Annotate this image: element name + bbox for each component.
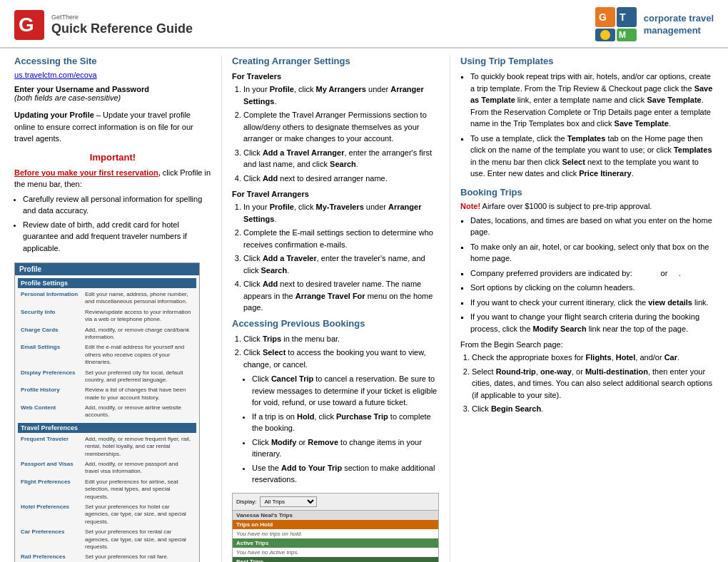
svg-text:T: T (620, 11, 626, 23)
travelers-step-4: Click Add next to desired arranger name. (243, 173, 440, 185)
profile-email-row: Email Settings Edit the e-mail address f… (18, 343, 196, 367)
begin-search-step-2: Select Round-trip, one-way, or Multi-des… (472, 366, 714, 402)
booking-bullet-2: If a trip is on Hold, click Purchase Tri… (252, 411, 440, 434)
templates-bullets: To quickly book repeat trips with air, h… (470, 71, 714, 180)
trips-past-header: Past Trips (233, 557, 438, 563)
header-brand: GetThere Quick Reference Guide (51, 14, 193, 36)
profile-car-row: Car Preferences Set your preferences for… (18, 528, 196, 551)
arrangers-steps-list: In your Profile, click My-Travelers unde… (243, 201, 440, 314)
trips-personal-header: Vanessa Neal's Trips (233, 510, 438, 520)
profile-settings-bar: Profile Settings (18, 278, 196, 288)
right-column: Using Trip Templates To quickly book rep… (450, 56, 714, 562)
corp-travel-logo: G T M corporate travel management (595, 7, 714, 43)
booking-bullet-1: Click Cancel Trip to cancel a reservatio… (252, 373, 440, 409)
booking-section: Booking Trips Note! Airfare over $1000 i… (460, 187, 714, 415)
profile-frequent-row: Frequent Traveler Add, modify, or remove… (18, 435, 196, 459)
trips-screenshot: Display: All Trips Vanessa Neal's Trips … (232, 493, 439, 563)
svg-text:G: G (19, 14, 34, 36)
header-left: G GetThere Quick Reference Guide (14, 10, 193, 40)
bookings-sub-bullets: Click Cancel Trip to cancel a reservatio… (252, 373, 440, 486)
left-column: Accessing the Site us.travelctm.com/ecov… (14, 56, 221, 562)
arrangers-step-3: Click Add a Traveler, enter the traveler… (243, 252, 440, 276)
trips-filter-select[interactable]: All Trips (260, 496, 317, 507)
booking-bullets: Dates, locations, and times are based on… (470, 215, 714, 335)
for-travelers-title: For Travelers (232, 72, 440, 81)
profile-web-row: Web Content Add, modify, or remove airli… (18, 404, 196, 420)
template-bullet-2: To use a template, click the Templates t… (470, 133, 714, 180)
travelers-step-1: In your Profile, click My Arrangers unde… (243, 83, 440, 107)
site-url[interactable]: us.travelctm.com/ecova (14, 71, 211, 79)
important-title: Important! (14, 152, 211, 163)
bookings-step-2: Click Select to access the booking you w… (243, 347, 440, 486)
booking-bullet-2: To make only an air, hotel, or car booki… (470, 241, 714, 265)
svg-point-9 (600, 30, 610, 40)
booking-note-label: Note! (460, 202, 480, 210)
login-instruction: Enter your Username and Password (both f… (14, 85, 211, 102)
svg-text:M: M (619, 30, 626, 40)
important-section: Before you make your first reservation, … (14, 167, 211, 255)
middle-column: Creating Arranger Settings For Travelers… (221, 56, 450, 562)
bookings-steps-list: Click Trips in the menu bar. Click Selec… (243, 333, 440, 486)
creating-arranger-title: Creating Arranger Settings (232, 56, 440, 66)
templates-title: Using Trip Templates (460, 56, 714, 66)
arrangers-step-4: Click Add next to desired traveler name.… (243, 278, 440, 314)
profile-body: Profile Settings Personal Information Ed… (15, 275, 199, 562)
trips-on-hold-msg: You have no trips on hold. (233, 529, 438, 538)
trips-on-hold-header: Trips on Hold (233, 520, 438, 529)
bullet-item: Review date of birth, add credit card fo… (23, 219, 211, 255)
profile-screenshot-header: Profile (15, 263, 199, 275)
profile-charge-row: Charge Cards Add, modify, or remove char… (18, 326, 196, 342)
begin-search-steps: Check the appropriate boxes for Flights,… (472, 352, 714, 415)
trips-filter-area: Display: All Trips (233, 494, 438, 510)
booking-bullet-4: Use the Add to Your Trip section to make… (252, 462, 440, 486)
profile-update-section: Updating your Profile – Update your trav… (14, 109, 211, 145)
page-header: G GetThere Quick Reference Guide G T M c… (0, 0, 728, 48)
begin-search-step-1: Check the appropriate boxes for Flights,… (472, 352, 714, 364)
site-link[interactable]: us.travelctm.com/ecova (14, 71, 97, 79)
getthere-logo: G (14, 10, 44, 40)
trips-active-header: Active Trips (233, 538, 438, 548)
template-bullet-1: To quickly book repeat trips with air, h… (470, 71, 714, 130)
booking-note-line: Note! Airfare over $1000 is subject to p… (460, 202, 714, 210)
profile-security-row: Security Info Review/update access to yo… (18, 308, 196, 325)
booking-bullet-4: Sort options by clicking on the column h… (470, 282, 714, 294)
trips-filter-label: Display: (236, 499, 256, 505)
profile-flight-row: Flight Preferences Edit your preferences… (18, 478, 196, 501)
profile-rail-row: Rail Preferences Set your preferences fo… (18, 553, 196, 561)
begin-search-intro: From the Begin Search page: (460, 340, 714, 349)
ctm-logo-text: corporate travel management (644, 13, 714, 37)
trips-active-msg: You have no Active trips. (233, 548, 438, 557)
travelers-steps-list: In your Profile, click My Arrangers unde… (243, 83, 440, 184)
accessing-site-title: Accessing the Site (14, 56, 211, 66)
page-title: Quick Reference Guide (51, 21, 193, 36)
accessing-bookings-title: Accessing Previous Bookings (232, 318, 440, 329)
ctm-logo-icon: G T M (595, 7, 638, 43)
booking-trips-title: Booking Trips (460, 187, 714, 198)
booking-bullet-3: Company preferred providers are indicate… (470, 267, 714, 280)
arrangers-step-1: In your Profile, click My-Travelers unde… (243, 201, 440, 225)
begin-search-step-3: Click Begin Search. (472, 403, 714, 415)
first-reservation-link[interactable]: Before you make your first reservation, (14, 168, 161, 177)
bookings-step-1: Click Trips in the menu bar. (243, 333, 440, 345)
booking-bullet-1: Dates, locations, and times are based on… (470, 215, 714, 238)
important-bullets: Carefully review all personal informatio… (23, 193, 211, 255)
for-arrangers-title: For Travel Arrangers (232, 190, 440, 198)
svg-text:G: G (599, 11, 607, 23)
booking-bullet-6: If you want to change your flight search… (470, 311, 714, 334)
profile-passport-row: Passport and Visas Add, modify, or remov… (18, 460, 196, 476)
profile-display-row: Display Preferences Set your preferred c… (18, 369, 196, 385)
travelers-step-2: Complete the Travel Arranger Permissions… (243, 109, 440, 145)
booking-bullet-5: If you want to check your current itiner… (470, 297, 714, 309)
travelers-step-3: Click Add a Travel Arranger, enter the a… (243, 147, 440, 170)
profile-screenshot: Profile Profile Settings Personal Inform… (14, 262, 200, 562)
booking-bullet-3: Click Modify or Remove to change items i… (252, 436, 440, 460)
bullet-item: Carefully review all personal informatio… (23, 193, 211, 217)
arrangers-step-2: Complete the E-mail settings section to … (243, 227, 440, 250)
profile-history-row: Profile History Review a list of changes… (18, 386, 196, 402)
profile-hotel-row: Hotel Preferences Set your preferences f… (18, 503, 196, 526)
main-content: Accessing the Site us.travelctm.com/ecov… (0, 48, 728, 562)
travel-prefs-bar: Travel Preferences (18, 423, 196, 433)
profile-personal-row: Personal Information Edit your name, add… (18, 290, 196, 307)
